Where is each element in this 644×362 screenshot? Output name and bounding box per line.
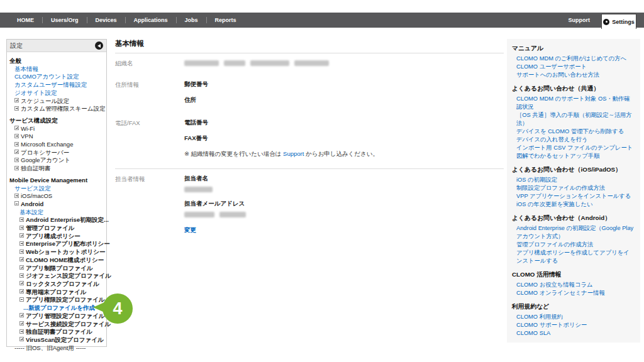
expand-icon[interactable]: [19, 241, 24, 246]
support-inline-link[interactable]: Support: [283, 150, 304, 157]
sidebar-tree-item[interactable]: サービス接続設定プロファイル: [9, 321, 104, 329]
sidebar-tree-item[interactable]: Microsoft Exchange: [9, 141, 104, 149]
sidebar-tree-item[interactable]: アプリ構成ポリシー: [9, 233, 104, 241]
expand-icon[interactable]: [14, 134, 19, 138]
sidebar-tree-item[interactable]: VPN: [9, 133, 104, 141]
help-link[interactable]: CLOMO オンラインセミナー情報: [512, 289, 635, 297]
nav-item[interactable]: Devices: [87, 17, 125, 23]
help-link[interactable]: デバイスの入れ替えを行う: [512, 136, 635, 144]
help-link[interactable]: VPP アプリケーションをインストールする: [512, 192, 635, 200]
sidebar-tree-item-android[interactable]: Android: [9, 200, 104, 209]
sidebar-link-android-basic[interactable]: 基本設定: [9, 209, 104, 217]
expand-icon[interactable]: [19, 321, 24, 326]
expand-icon[interactable]: [14, 166, 19, 170]
sidebar-tree-item[interactable]: Android Enterprise初期設定...: [9, 216, 104, 224]
sidebar-tree-label[interactable]: アプリ管理設定プロファイル: [26, 312, 105, 319]
sidebar-tree-label[interactable]: 独自証明書: [21, 165, 51, 172]
expand-icon[interactable]: [19, 250, 24, 254]
sidebar-tree-item[interactable]: Enterpriseアプリ配布ポリシー: [9, 240, 104, 248]
sidebar-collapse-icon[interactable]: [95, 41, 103, 50]
sidebar-tree-item[interactable]: 管理プロファイル: [9, 224, 104, 233]
expand-icon[interactable]: [19, 273, 24, 278]
sidebar-tree-label[interactable]: VirusScan設定プロファイル: [26, 336, 104, 343]
sidebar-tree-item[interactable]: スケジュール設定: [9, 97, 104, 106]
help-link[interactable]: 制限設定プロファイルの作成方法: [512, 184, 635, 192]
sidebar-tree-label[interactable]: Wi-Fi: [21, 125, 35, 132]
sidebar-tree-label[interactable]: VPN: [21, 133, 33, 140]
sidebar-tree-label[interactable]: ロックタスクプロファイル: [26, 280, 99, 287]
expand-icon[interactable]: [19, 313, 24, 317]
expand-icon[interactable]: [14, 194, 19, 198]
help-link[interactable]: CLOMO MDM のサポート対象 OS・動作確認状況: [512, 95, 635, 111]
sidebar-tree-item[interactable]: 独自証明書プロファイル: [9, 328, 104, 336]
sidebar-tree-label[interactable]: 管理プロファイル: [26, 224, 74, 231]
expand-icon[interactable]: [14, 158, 19, 162]
nav-item[interactable]: Reports: [206, 17, 245, 23]
sidebar-tree-item[interactable]: カスタム管理権限スキーム設定: [9, 105, 104, 113]
help-link[interactable]: インポート用 CSV ファイルのテンプレート: [512, 144, 635, 152]
expand-icon[interactable]: [19, 217, 24, 222]
collapse-icon[interactable]: [14, 201, 19, 206]
sidebar-tree-label[interactable]: iOS/macOS: [21, 192, 52, 199]
sidebar-tree-label[interactable]: Enterpriseアプリ配布ポリシー: [26, 240, 110, 247]
sidebar-tree-item-app-permission[interactable]: アプリ権限設定プロファイル: [9, 296, 104, 304]
expand-icon[interactable]: [19, 337, 24, 341]
sidebar-tree-item[interactable]: Googleアカウント: [9, 156, 104, 165]
help-link[interactable]: Android Enterprise の初期設定（Google Play アカウ…: [512, 224, 635, 241]
nav-item[interactable]: Applications: [125, 17, 176, 23]
sidebar-tree-label[interactable]: ジオフェンス設定プロファイル: [26, 272, 111, 279]
help-link[interactable]: iOS の初期設定: [512, 176, 635, 184]
help-link[interactable]: アプリ構成ポリシーを作成してアプリをインストールする: [512, 249, 635, 265]
sidebar-tree-item[interactable]: アプリ制限プロファイル: [9, 265, 104, 273]
sidebar-tree-label[interactable]: カスタム管理権限スキーム設定: [21, 105, 106, 112]
help-link[interactable]: CLOMO MDM のご利用がはじめての方へ: [512, 55, 635, 63]
nav-item[interactable]: HOME: [9, 17, 42, 23]
sidebar-tree-label[interactable]: アプリ制限プロファイル: [26, 265, 93, 272]
sidebar-tree-item[interactable]: アプリ管理設定プロファイル: [9, 312, 104, 321]
sidebar-tree-item[interactable]: Wi-Fi: [9, 125, 104, 133]
expand-icon[interactable]: [19, 226, 24, 230]
sidebar-tree-label[interactable]: Android: [21, 200, 43, 207]
sidebar-tree-item[interactable]: 独自証明書: [9, 165, 104, 173]
sidebar-tree-label[interactable]: Microsoft Exchange: [21, 141, 73, 148]
sidebar-tree-label[interactable]: スケジュール設定: [21, 97, 69, 104]
sidebar-tree-item[interactable]: CLOMO HOME構成ポリシー: [9, 256, 104, 265]
support-link[interactable]: Support: [557, 17, 602, 23]
help-link[interactable]: CLOMO お役立ち情報コラム: [512, 281, 635, 289]
help-link[interactable]: CLOMO ユーザーサポート: [512, 63, 635, 71]
sidebar-tree-label[interactable]: Webショートカットポリシー: [26, 248, 105, 255]
sidebar-tree-item[interactable]: 専用端末プロファイル: [9, 288, 104, 297]
expand-icon[interactable]: [19, 257, 24, 261]
expand-icon[interactable]: [19, 329, 24, 334]
sidebar-link[interactable]: ジオサイト設定: [9, 89, 104, 97]
expand-icon[interactable]: [14, 142, 19, 146]
sidebar-tree-item[interactable]: ジオフェンス設定プロファイル: [9, 272, 104, 280]
expand-icon[interactable]: [14, 126, 19, 130]
expand-icon[interactable]: [19, 233, 24, 238]
help-link[interactable]: デバイスを CLOMO 管理下から削除する: [512, 128, 635, 136]
sidebar-tree-item[interactable]: VirusScan設定プロファイル: [9, 336, 104, 344]
create-new-profile-link[interactable]: ...新規プロファイルを作成: [9, 304, 104, 312]
help-link[interactable]: サポートへのお問い合わせ方法: [512, 71, 635, 79]
sidebar-tree-item[interactable]: ロックタスクプロファイル: [9, 280, 104, 288]
tab-settings[interactable]: Settings: [601, 14, 636, 29]
expand-icon[interactable]: [14, 150, 19, 154]
sidebar-tree-label[interactable]: 専用端末プロファイル: [26, 288, 86, 295]
sidebar-tree-label[interactable]: Android Enterprise初期設定...: [26, 216, 109, 223]
sidebar-tree-label[interactable]: CLOMO HOME構成ポリシー: [26, 256, 104, 263]
expand-icon[interactable]: [14, 106, 19, 111]
sidebar-tree-label[interactable]: Googleアカウント: [21, 156, 70, 163]
expand-icon[interactable]: [14, 98, 19, 102]
nav-item[interactable]: Users/Org: [42, 17, 87, 23]
help-link[interactable]: 図解でわかるセットアップ手順: [512, 152, 635, 160]
collapse-icon[interactable]: [19, 297, 24, 302]
help-link[interactable]: 管理プロファイルの作成方法: [512, 241, 635, 249]
sidebar-link-service-settings[interactable]: サービス設定: [9, 185, 104, 193]
nav-item[interactable]: Jobs: [176, 17, 206, 23]
help-link[interactable]: iOS の年次更新を実施したい: [512, 200, 635, 209]
sidebar-link[interactable]: カスタムユーザー情報設定: [9, 81, 104, 89]
sidebar-link[interactable]: CLOMOアカウント設定: [9, 73, 104, 81]
help-link[interactable]: ［OS 共通］導入の手順（初期設定～活用方法）: [512, 111, 635, 128]
sidebar-tree-label[interactable]: アプリ構成ポリシー: [26, 233, 80, 239]
sidebar-tree-item[interactable]: Webショートカットポリシー: [9, 248, 104, 256]
